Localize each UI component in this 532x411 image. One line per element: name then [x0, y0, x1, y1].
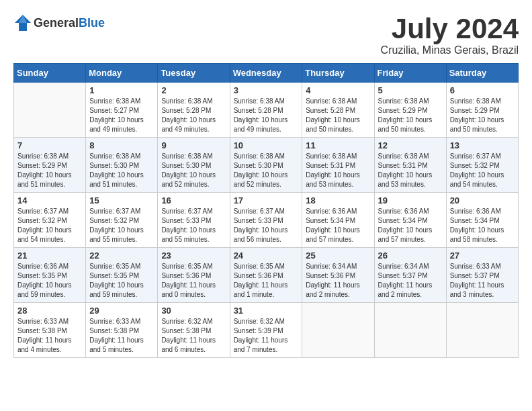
cell-info: Sunrise: 6:38 AM Sunset: 5:28 PM Dayligh… [234, 97, 299, 134]
calendar-cell [374, 303, 446, 358]
cell-info: Sunrise: 6:34 AM Sunset: 5:37 PM Dayligh… [378, 262, 443, 300]
day-number: 9 [161, 140, 226, 150]
calendar-cell: 3Sunrise: 6:38 AM Sunset: 5:28 PM Daylig… [230, 83, 302, 138]
location-title: Cruzilia, Minas Gerais, Brazil [381, 44, 519, 56]
calendar-cell: 4Sunrise: 6:38 AM Sunset: 5:28 PM Daylig… [302, 83, 374, 138]
cell-info: Sunrise: 6:38 AM Sunset: 5:29 PM Dayligh… [450, 97, 515, 134]
day-number: 6 [450, 85, 515, 95]
cell-info: Sunrise: 6:38 AM Sunset: 5:31 PM Dayligh… [306, 152, 370, 189]
logo-icon [13, 13, 32, 32]
calendar-cell: 12Sunrise: 6:38 AM Sunset: 5:31 PM Dayli… [374, 138, 446, 193]
cell-info: Sunrise: 6:33 AM Sunset: 5:38 PM Dayligh… [17, 317, 82, 355]
cell-info: Sunrise: 6:38 AM Sunset: 5:28 PM Dayligh… [306, 97, 370, 134]
cell-info: Sunrise: 6:38 AM Sunset: 5:30 PM Dayligh… [234, 152, 299, 189]
calendar-cell: 27Sunrise: 6:33 AM Sunset: 5:37 PM Dayli… [446, 248, 518, 303]
calendar-cell: 30Sunrise: 6:32 AM Sunset: 5:38 PM Dayli… [158, 303, 230, 358]
calendar-cell: 31Sunrise: 6:32 AM Sunset: 5:39 PM Dayli… [230, 303, 302, 358]
calendar-cell: 24Sunrise: 6:35 AM Sunset: 5:36 PM Dayli… [230, 248, 302, 303]
calendar-cell: 29Sunrise: 6:33 AM Sunset: 5:38 PM Dayli… [86, 303, 158, 358]
cell-info: Sunrise: 6:37 AM Sunset: 5:32 PM Dayligh… [17, 207, 82, 244]
day-number: 28 [17, 306, 82, 316]
page-header: GeneralBlue July 2024 Cruzilia, Minas Ge… [13, 13, 519, 56]
calendar-cell: 13Sunrise: 6:37 AM Sunset: 5:32 PM Dayli… [446, 138, 518, 193]
calendar-cell [302, 303, 374, 358]
day-number: 24 [234, 250, 299, 261]
calendar-week-1: 1Sunrise: 6:38 AM Sunset: 5:27 PM Daylig… [14, 83, 519, 138]
calendar-cell [446, 303, 518, 358]
day-number: 7 [17, 140, 82, 150]
day-number: 19 [378, 195, 443, 205]
calendar-cell: 1Sunrise: 6:38 AM Sunset: 5:27 PM Daylig… [86, 83, 158, 138]
day-number: 18 [306, 195, 370, 205]
calendar-cell: 25Sunrise: 6:34 AM Sunset: 5:36 PM Dayli… [302, 248, 374, 303]
day-number: 4 [306, 85, 370, 95]
calendar-week-4: 21Sunrise: 6:36 AM Sunset: 5:35 PM Dayli… [14, 248, 519, 303]
cell-info: Sunrise: 6:38 AM Sunset: 5:29 PM Dayligh… [378, 97, 443, 134]
calendar-cell: 6Sunrise: 6:38 AM Sunset: 5:29 PM Daylig… [446, 83, 518, 138]
calendar: SundayMondayTuesdayWednesdayThursdayFrid… [13, 63, 519, 358]
cell-info: Sunrise: 6:36 AM Sunset: 5:34 PM Dayligh… [306, 207, 370, 244]
day-number: 20 [450, 195, 515, 205]
cell-info: Sunrise: 6:38 AM Sunset: 5:28 PM Dayligh… [161, 97, 226, 134]
day-number: 15 [89, 195, 154, 205]
calendar-cell: 19Sunrise: 6:36 AM Sunset: 5:34 PM Dayli… [374, 193, 446, 248]
calendar-week-3: 14Sunrise: 6:37 AM Sunset: 5:32 PM Dayli… [14, 193, 519, 248]
calendar-cell: 2Sunrise: 6:38 AM Sunset: 5:28 PM Daylig… [158, 83, 230, 138]
cell-info: Sunrise: 6:37 AM Sunset: 5:32 PM Dayligh… [450, 152, 515, 189]
title-block: July 2024 Cruzilia, Minas Gerais, Brazil [381, 13, 519, 56]
calendar-cell: 20Sunrise: 6:36 AM Sunset: 5:34 PM Dayli… [446, 193, 518, 248]
cell-info: Sunrise: 6:38 AM Sunset: 5:30 PM Dayligh… [161, 152, 226, 189]
day-number: 13 [450, 140, 515, 150]
day-number: 23 [161, 250, 226, 261]
calendar-week-2: 7Sunrise: 6:38 AM Sunset: 5:29 PM Daylig… [14, 138, 519, 193]
day-number: 1 [89, 85, 154, 95]
logo: GeneralBlue [13, 13, 105, 32]
cell-info: Sunrise: 6:32 AM Sunset: 5:38 PM Dayligh… [161, 317, 226, 355]
day-number: 12 [378, 140, 443, 150]
day-number: 8 [89, 140, 154, 150]
calendar-week-5: 28Sunrise: 6:33 AM Sunset: 5:38 PM Dayli… [14, 303, 519, 358]
calendar-cell: 9Sunrise: 6:38 AM Sunset: 5:30 PM Daylig… [158, 138, 230, 193]
day-number: 2 [161, 85, 226, 95]
calendar-cell: 11Sunrise: 6:38 AM Sunset: 5:31 PM Dayli… [302, 138, 374, 193]
cell-info: Sunrise: 6:38 AM Sunset: 5:27 PM Dayligh… [89, 97, 154, 134]
day-number: 21 [17, 250, 82, 261]
cell-info: Sunrise: 6:35 AM Sunset: 5:36 PM Dayligh… [234, 262, 299, 300]
calendar-cell: 16Sunrise: 6:37 AM Sunset: 5:33 PM Dayli… [158, 193, 230, 248]
calendar-header-row: SundayMondayTuesdayWednesdayThursdayFrid… [14, 64, 519, 83]
calendar-cell: 15Sunrise: 6:37 AM Sunset: 5:32 PM Dayli… [86, 193, 158, 248]
calendar-cell: 8Sunrise: 6:38 AM Sunset: 5:30 PM Daylig… [86, 138, 158, 193]
header-saturday: Saturday [446, 64, 518, 83]
month-title: July 2024 [381, 13, 519, 44]
day-number: 14 [17, 195, 82, 205]
day-number: 26 [378, 250, 443, 261]
calendar-cell: 10Sunrise: 6:38 AM Sunset: 5:30 PM Dayli… [230, 138, 302, 193]
cell-info: Sunrise: 6:33 AM Sunset: 5:38 PM Dayligh… [89, 317, 154, 355]
calendar-cell: 21Sunrise: 6:36 AM Sunset: 5:35 PM Dayli… [14, 248, 86, 303]
calendar-cell: 14Sunrise: 6:37 AM Sunset: 5:32 PM Dayli… [14, 193, 86, 248]
cell-info: Sunrise: 6:35 AM Sunset: 5:36 PM Dayligh… [161, 262, 226, 300]
calendar-cell: 26Sunrise: 6:34 AM Sunset: 5:37 PM Dayli… [374, 248, 446, 303]
day-number: 25 [306, 250, 370, 261]
day-number: 31 [234, 306, 299, 316]
day-number: 17 [234, 195, 299, 205]
cell-info: Sunrise: 6:36 AM Sunset: 5:34 PM Dayligh… [378, 207, 443, 244]
cell-info: Sunrise: 6:38 AM Sunset: 5:29 PM Dayligh… [17, 152, 82, 189]
cell-info: Sunrise: 6:32 AM Sunset: 5:39 PM Dayligh… [234, 317, 299, 355]
calendar-cell: 7Sunrise: 6:38 AM Sunset: 5:29 PM Daylig… [14, 138, 86, 193]
calendar-cell: 17Sunrise: 6:37 AM Sunset: 5:33 PM Dayli… [230, 193, 302, 248]
calendar-cell: 5Sunrise: 6:38 AM Sunset: 5:29 PM Daylig… [374, 83, 446, 138]
cell-info: Sunrise: 6:36 AM Sunset: 5:35 PM Dayligh… [17, 262, 82, 300]
day-number: 10 [234, 140, 299, 150]
calendar-cell [14, 83, 86, 138]
header-wednesday: Wednesday [230, 64, 302, 83]
cell-info: Sunrise: 6:38 AM Sunset: 5:30 PM Dayligh… [89, 152, 154, 189]
day-number: 27 [450, 250, 515, 261]
day-number: 5 [378, 85, 443, 95]
header-tuesday: Tuesday [158, 64, 230, 83]
day-number: 22 [89, 250, 154, 261]
day-number: 16 [161, 195, 226, 205]
header-sunday: Sunday [14, 64, 86, 83]
day-number: 3 [234, 85, 299, 95]
day-number: 29 [89, 306, 154, 316]
